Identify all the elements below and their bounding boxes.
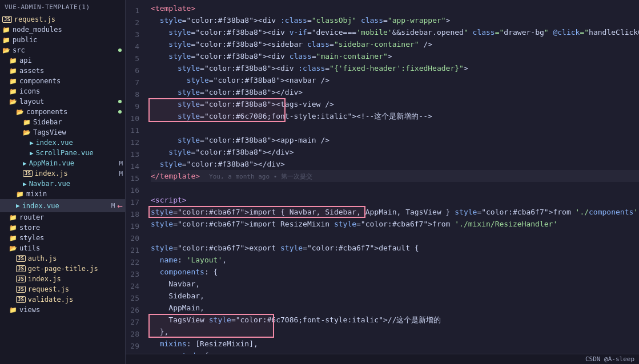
sidebar-item-components[interactable]: 📁components <box>0 76 125 86</box>
sidebar-item-utils[interactable]: 📂utils <box>0 243 125 253</box>
file-label-index-js-utils: index.js <box>28 275 123 283</box>
sidebar-item-router[interactable]: 📁router <box>0 212 125 223</box>
file-label-utils: utils <box>19 244 123 252</box>
file-icon-index-vue-layout: ▶ <box>16 202 20 209</box>
file-label-assets: assets <box>19 67 123 75</box>
sidebar-item-index-vue-layout[interactable]: ▶index.vueM ← <box>0 199 125 212</box>
modified-dot-src <box>118 48 122 52</box>
code-line-14: style="color:#f38ba8"></div> <box>151 158 639 170</box>
badge-index-vue-layout: M <box>111 202 115 209</box>
sidebar-item-node_modules[interactable]: 📁node_modules <box>0 25 125 35</box>
red-arrow-index-vue-layout: ← <box>117 200 123 211</box>
code-line-4: style="color:#f38ba8"><sidebar class="si… <box>151 38 639 50</box>
file-icon-node_modules: 📁 <box>2 26 10 34</box>
code-line-6: style="color:#f38ba8"><div :class="{'fix… <box>151 62 639 74</box>
file-label-navbar-vue: Navbar.vue <box>29 180 123 188</box>
file-icon-router: 📁 <box>9 214 17 221</box>
code-line-26: AppMain, <box>151 302 639 314</box>
code-line-25: Sidebar, <box>151 290 639 302</box>
sidebar-item-scrollpane-vue[interactable]: ▶ScrollPane.vue <box>0 148 125 158</box>
file-icon-scrollpane-vue: ▶ <box>30 149 34 157</box>
sidebar-item-mixin[interactable]: 📁mixin <box>0 189 125 199</box>
file-label-mixin: mixin <box>26 190 123 198</box>
code-area: 1234567891011121314151617181920212223242… <box>126 0 639 354</box>
code-line-2: style="color:#f38ba8"><div :class="class… <box>151 14 639 26</box>
file-label-index-js: index.js <box>35 169 117 177</box>
sidebar-item-api[interactable]: 📁api <box>0 55 125 66</box>
file-icon-request-js: JS <box>2 16 12 23</box>
file-label-router: router <box>19 213 123 221</box>
sidebar-item-auth-js[interactable]: JSauth.js <box>0 253 125 264</box>
sidebar-item-styles[interactable]: 📁styles <box>0 233 125 243</box>
code-line-30: computed: { <box>151 350 639 354</box>
sidebar-item-request-js[interactable]: JSrequest.js <box>0 14 125 25</box>
file-icon-public: 📁 <box>2 37 10 44</box>
file-label-index-vue-layout: index.vue <box>22 202 109 210</box>
sidebar-item-sidebar-folder[interactable]: 📁Sidebar <box>0 117 125 127</box>
code-line-24: Navbar, <box>151 278 639 290</box>
sidebar-item-index-js[interactable]: JSindex.jsM <box>0 168 125 179</box>
sidebar-item-store[interactable]: 📁store <box>0 223 125 233</box>
file-icon-validate-js: JS <box>16 296 26 303</box>
credit-label: CSDN @A-sleep <box>585 355 634 363</box>
sidebar-item-layout-components[interactable]: 📂components <box>0 107 125 117</box>
code-content[interactable]: <template> style="color:#f38ba8"><div :c… <box>146 0 639 354</box>
file-label-tagsview-folder: TagsView <box>33 128 123 136</box>
sidebar-item-request-js-utils[interactable]: JSrequest.js <box>0 284 125 294</box>
file-icon-styles: 📁 <box>9 234 17 242</box>
sidebar-item-index-vue-tags[interactable]: ▶index.vue <box>0 137 125 148</box>
code-line-15: </template>You, a month ago • 第一次提交 <box>151 170 639 182</box>
code-line-18: style="color:#cba6f7">import { Navbar, S… <box>151 206 639 218</box>
code-line-17: <script> <box>151 194 639 206</box>
modified-dot-layout-components <box>118 110 122 114</box>
sidebar-item-views[interactable]: 📁views <box>0 305 125 315</box>
badge-index-js: M <box>119 170 123 177</box>
status-bar: CSDN @A-sleep <box>126 354 639 364</box>
file-icon-views: 📁 <box>9 306 17 314</box>
file-icon-appmain-vue: ▶ <box>23 160 27 167</box>
file-label-api: api <box>19 56 123 64</box>
line-numbers: 1234567891011121314151617181920212223242… <box>126 0 146 354</box>
file-icon-sidebar-folder: 📁 <box>23 119 31 126</box>
file-icon-request-js-utils: JS <box>16 286 26 293</box>
file-icon-api: 📁 <box>9 57 17 64</box>
code-line-7: style="color:#f38ba8"><navbar /> <box>151 74 639 86</box>
file-label-appmain-vue: AppMain.vue <box>29 159 117 167</box>
file-icon-index-js-utils: JS <box>16 276 26 282</box>
file-icon-layout: 📂 <box>9 98 17 106</box>
file-icon-auth-js: JS <box>16 255 26 262</box>
sidebar-item-icons[interactable]: 📁icons <box>0 86 125 96</box>
sidebar-item-public[interactable]: 📁public <box>0 35 125 45</box>
file-icon-layout-components: 📂 <box>16 108 24 116</box>
file-icon-store: 📁 <box>9 224 17 232</box>
sidebar-item-validate-js[interactable]: JSvalidate.js <box>0 294 125 305</box>
file-label-get-page-title-js: get-page-title.js <box>28 265 123 273</box>
sidebar-item-navbar-vue[interactable]: ▶Navbar.vue <box>0 179 125 189</box>
code-line-19: style="color:#cba6f7">import ResizeMixin… <box>151 218 639 230</box>
code-line-21: style="color:#cba6f7">export style="colo… <box>151 242 639 254</box>
file-icon-assets: 📁 <box>9 67 17 75</box>
sidebar-item-tagsview-folder[interactable]: 📂TagsView <box>0 127 125 137</box>
code-line-5: style="color:#f38ba8"><div class="main-c… <box>151 50 639 62</box>
sidebar-item-index-js-utils[interactable]: JSindex.js <box>0 274 125 284</box>
explorer-title: VUE-ADMIN-TEMPLATE(1) <box>0 0 125 14</box>
file-label-store: store <box>19 224 123 232</box>
sidebar-item-get-page-title-js[interactable]: JSget-page-title.js <box>0 264 125 274</box>
file-label-request-js-utils: request.js <box>28 285 123 293</box>
code-line-27: TagsView style="color:#6c7086;font-style… <box>151 314 639 326</box>
file-label-src: src <box>13 46 118 54</box>
file-label-request-js: request.js <box>14 15 123 23</box>
sidebar-item-assets[interactable]: 📁assets <box>0 66 125 76</box>
code-line-22: name: 'Layout', <box>151 254 639 266</box>
file-label-auth-js: auth.js <box>28 254 123 262</box>
file-icon-mixin: 📁 <box>16 191 24 198</box>
file-explorer: VUE-ADMIN-TEMPLATE(1) JSrequest.js📁node_… <box>0 0 126 364</box>
sidebar-item-src[interactable]: 📂src <box>0 45 125 55</box>
file-icon-index-js: JS <box>23 170 33 177</box>
file-label-components: components <box>19 77 123 85</box>
sidebar-item-layout[interactable]: 📂layout <box>0 96 125 107</box>
sidebar-item-appmain-vue[interactable]: ▶AppMain.vueM <box>0 158 125 168</box>
code-line-1: <template> <box>151 2 639 14</box>
badge-appmain-vue: M <box>119 160 123 167</box>
file-label-public: public <box>13 36 123 44</box>
